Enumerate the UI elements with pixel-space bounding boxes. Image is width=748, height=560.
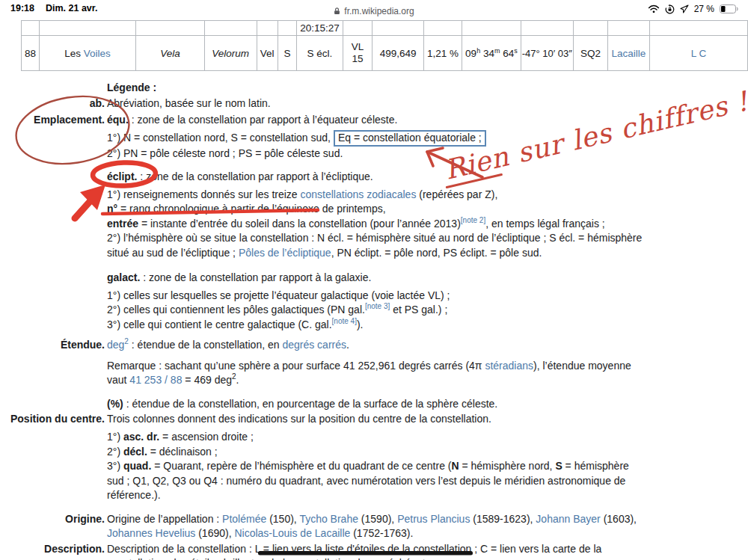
legend-heading: Légende : bbox=[107, 81, 156, 93]
partial-cell bbox=[607, 21, 649, 36]
partial-cell bbox=[373, 21, 424, 36]
p3-a: = Quarant, repère de l’hémisphère et du … bbox=[151, 460, 451, 472]
cell-genitive: Velorum bbox=[204, 36, 257, 71]
status-bar: 19:18 Dim. 21 avr. fr.m.wikipedia.org 27… bbox=[0, 0, 748, 18]
description-line2: constellation ; les étoiles brillantes d… bbox=[107, 557, 453, 560]
origine-mid4: (1603), bbox=[601, 513, 637, 525]
asc-s: 64 bbox=[500, 48, 514, 59]
link-johannes-hevelius[interactable]: Johannes Hevelius bbox=[107, 527, 195, 539]
cell-decl: -47° 10′ 03″ bbox=[521, 36, 573, 71]
galact-item2-pre: 2°) celles qui contiennent les pôles gal… bbox=[107, 304, 365, 316]
clipped-text-dots: .. bbox=[317, 19, 325, 27]
pct-text: : étendue de la constellation, en pource… bbox=[123, 398, 497, 410]
cell-description-links: L C bbox=[649, 36, 747, 71]
boxed-eq-equatoriale: Eq = constellation équatoriale ; bbox=[334, 130, 486, 147]
link-lacaille-origine[interactable]: Nicolas-Louis de Lacaille bbox=[234, 527, 350, 539]
emplacement-item1: 1°) N = constellation nord, S = constell… bbox=[0, 131, 748, 146]
cell-percent: 1,21 % bbox=[424, 36, 462, 71]
address-bar[interactable]: fr.m.wikipedia.org bbox=[0, 6, 748, 16]
link-petrus-plancius[interactable]: Petrus Plancius bbox=[397, 513, 470, 525]
link-deg2[interactable]: deg2 bbox=[107, 339, 129, 351]
cell-origin: Lacaille bbox=[607, 36, 649, 71]
hemisphere-line2-pre: situé au sud de l’écliptique ; bbox=[107, 247, 239, 259]
cell-galact: VL 15 bbox=[343, 36, 372, 71]
term-ab: ab. bbox=[0, 96, 105, 111]
link-johann-bayer[interactable]: Johann Bayer bbox=[536, 513, 600, 525]
cell-number: 88 bbox=[22, 36, 40, 71]
cell-asc: 09h 34m 64s bbox=[462, 36, 521, 71]
link-voiles[interactable]: Voiles bbox=[84, 48, 111, 59]
item1-text: 1°) N = constellation nord, S = constell… bbox=[107, 132, 334, 144]
no-label: n° bbox=[107, 203, 117, 215]
partial-cell bbox=[40, 21, 136, 36]
partial-cell bbox=[343, 21, 372, 36]
link-note-2[interactable]: [note 2] bbox=[461, 216, 485, 224]
galact-item3-post: ). bbox=[357, 319, 364, 330]
partial-cell bbox=[22, 21, 40, 36]
link-note-4[interactable]: [note 4] bbox=[332, 317, 357, 325]
position-item3-line3: référence.). bbox=[0, 488, 748, 503]
eclipt-label: éclipt. bbox=[107, 170, 137, 182]
eclipt-item1-post: (repérées par Z), bbox=[416, 188, 497, 200]
item2-text: 2°) PN = pôle céleste nord ; PS = pôle c… bbox=[107, 147, 343, 159]
partial-cell bbox=[521, 21, 573, 36]
legend-row-ab: ab. Abréviation, basée sur le nom latin. bbox=[0, 96, 748, 111]
link-l[interactable]: L bbox=[691, 48, 696, 59]
n-label: N bbox=[451, 460, 459, 472]
galact-item2: 2°) celles qui contiennent les pôles gal… bbox=[0, 303, 748, 318]
legend-row-eclipt: éclipt. : zone de la constellation par r… bbox=[0, 170, 748, 185]
link-ptolemee[interactable]: Ptolémée bbox=[222, 513, 266, 525]
origine-mid2: (1590), bbox=[358, 513, 397, 525]
hemisphere-line1: 2°) l’hémisphère où se situe la constell… bbox=[107, 232, 642, 244]
s-label: S bbox=[555, 460, 562, 472]
remark2-mid: = 469 deg bbox=[182, 374, 232, 386]
link-degres-carres[interactable]: degrés carrés bbox=[282, 339, 346, 351]
legend-row-description-line1: Description. Description de la constella… bbox=[0, 542, 748, 557]
rotation-lock-icon bbox=[665, 4, 675, 14]
p3-c: = hémisphère bbox=[562, 460, 629, 472]
link-note-3[interactable]: [note 3] bbox=[365, 302, 390, 310]
entree-text: = instante d’entrée du soleil dans la co… bbox=[138, 218, 461, 230]
legend-row-origine-line1: Origine. Origine de l’appellation : Ptol… bbox=[0, 512, 748, 527]
partial-cell bbox=[136, 21, 205, 36]
p3-line2: sud ; Q1, Q2, Q3 ou Q4 : numéro du quadr… bbox=[107, 475, 625, 487]
asc-dr-label: asc. dr. bbox=[123, 431, 159, 443]
legend-section: Légende : ab. Abréviation, basée sur le … bbox=[0, 73, 748, 560]
eclipt-item1-pre: 1°) renseignements donnés sur les treize bbox=[107, 188, 301, 200]
term-etendue: Étendue. bbox=[0, 338, 105, 353]
galact-item3: 3°) celle qui contient le centre galacti… bbox=[0, 318, 748, 333]
legend-row-etendue: Étendue. deg2 : étendue de la constellat… bbox=[0, 338, 748, 353]
position-item2: 2°) décl. = déclinaison ; bbox=[0, 445, 748, 460]
table-row-partial: 20:15:27 bbox=[22, 21, 748, 36]
link-constellations-zodiacales[interactable]: constellations zodiacales bbox=[301, 188, 417, 200]
eclipt-item3: entrée = instante d’entrée du soleil dan… bbox=[0, 217, 748, 232]
link-tycho-brahe[interactable]: Tycho Brahe bbox=[299, 513, 358, 525]
hemisphere-line2-post: , PN éclipt. = pôle nord, PS éclipt. = p… bbox=[331, 247, 542, 259]
name-prefix: Les bbox=[64, 48, 84, 59]
etendue-end: . bbox=[346, 339, 349, 351]
legend-row-origine-line2: Johannes Hevelius (1690), Nicolas-Louis … bbox=[0, 526, 748, 541]
position-text: Trois colonnes donnent des indications s… bbox=[107, 413, 491, 425]
battery-icon bbox=[720, 4, 739, 13]
entree-post: , en temps légal français ; bbox=[485, 218, 605, 230]
term-position: Position du centre. bbox=[0, 412, 105, 427]
etendue-remark-line2: vaut 41 253 / 88 = 469 deg2. bbox=[0, 373, 748, 388]
etendue-mid: : étendue de la constellation, en bbox=[129, 339, 282, 351]
cell-quad: SQ2 bbox=[573, 36, 607, 71]
link-steradians[interactable]: stéradians bbox=[485, 360, 533, 372]
battery-percent: 27 % bbox=[694, 4, 714, 14]
link-41253-88[interactable]: 41 253 / 88 bbox=[129, 374, 182, 386]
partial-cell bbox=[257, 21, 278, 36]
equ-text: : zone de la constellation par rapport à… bbox=[129, 114, 398, 126]
origine-mid6: (1752-1763). bbox=[350, 527, 413, 539]
galact-text: : zone de la constellation par rapport à… bbox=[140, 271, 371, 283]
p2-post: = déclinaison ; bbox=[147, 446, 218, 458]
link-c[interactable]: C bbox=[699, 48, 706, 59]
ab-text: Abréviation, basée sur le nom latin. bbox=[107, 97, 271, 109]
cell-abbrev: Vel bbox=[257, 36, 278, 71]
origine-mid5: (1690), bbox=[195, 527, 234, 539]
eclipt-item2: n° = rang chronologique à partir de l’éq… bbox=[0, 202, 748, 217]
link-lacaille[interactable]: Lacaille bbox=[611, 48, 646, 59]
link-poles-ecliptique[interactable]: Pôles de l’écliptique bbox=[239, 247, 331, 259]
partial-cell bbox=[204, 21, 257, 36]
